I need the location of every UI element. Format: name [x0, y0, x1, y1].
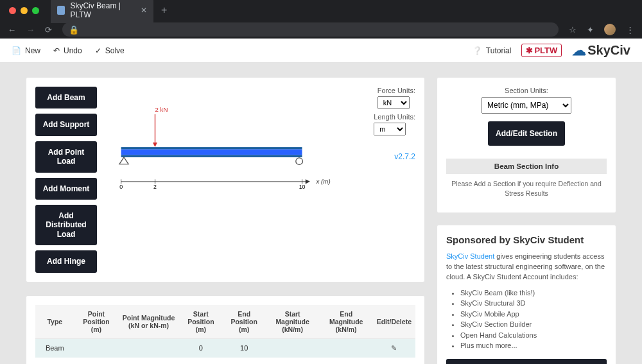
table-header: Start Position (m) [179, 305, 223, 339]
table-header: End Magnitude (kN/m) [320, 305, 373, 339]
new-button[interactable]: 📄 New [12, 46, 40, 55]
nav-forward-icon: → [26, 25, 35, 35]
section-info-body: Please Add a Section if you require Defl… [446, 174, 607, 203]
table-header: Point Position (m) [74, 305, 119, 339]
section-info-title: Beam Section Info [446, 159, 607, 174]
force-units-label: Force Units: [377, 87, 415, 94]
add-edit-section-button[interactable]: Add/Edit Section [488, 121, 565, 146]
tab-title: SkyCiv Beam | PLTW [70, 1, 135, 19]
version-text: v2.7.2 [394, 152, 415, 161]
table-cell: Pin Support [35, 358, 74, 364]
axis-label: x (m) [316, 178, 331, 185]
url-bar[interactable]: 🔒 [62, 22, 559, 37]
undo-label: Undo [64, 46, 82, 55]
length-units-label: Length Units: [374, 113, 415, 121]
tick-10: 10 [299, 184, 306, 190]
table-header: Type [35, 305, 74, 339]
table-cell: 0 [179, 338, 223, 358]
solve-label: Solve [105, 46, 125, 55]
table-actions-cell: ✎✖ [373, 358, 415, 364]
help-icon: ❔ [473, 46, 482, 55]
section-units-select[interactable]: Metric (mm, MPa) [482, 97, 571, 114]
section-units-label: Section Units: [446, 87, 607, 94]
nav-back-icon[interactable]: ← [8, 25, 16, 35]
table-cell [118, 338, 179, 358]
table-cell: 0 [74, 358, 119, 364]
undo-button[interactable]: ↶ Undo [53, 46, 82, 55]
sponsor-list-item: SkyCiv Mobile App [460, 309, 607, 320]
window-max-icon[interactable] [32, 7, 39, 14]
svg-point-6 [296, 158, 303, 165]
table-header: Edit/Delete [373, 305, 415, 339]
file-icon: 📄 [12, 46, 21, 55]
sponsor-title: Sponsored by SkyCiv Student [446, 234, 607, 245]
table-cell: 10 [223, 338, 266, 358]
table-header: Point Magnitude (kN or kN-m) [118, 305, 179, 339]
skyciv-logo: SkyCiv [572, 42, 630, 59]
new-tab-icon[interactable]: + [161, 4, 167, 16]
sponsor-link[interactable]: SkyCiv Student [446, 252, 494, 260]
profile-avatar[interactable] [604, 24, 616, 35]
svg-marker-1 [153, 143, 157, 147]
edit-icon[interactable]: ✎ [391, 344, 397, 352]
svg-rect-3 [121, 150, 302, 155]
table-actions-cell: ✎ [373, 338, 415, 358]
solve-button[interactable]: ✓ Solve [95, 46, 125, 55]
elements-table: TypePoint Position (m)Point Magnitude (k… [35, 305, 415, 364]
table-cell: Beam [35, 338, 74, 358]
add-hinge-button[interactable]: Add Hinge [35, 250, 97, 272]
browser-tab[interactable]: SkyCiv Beam | PLTW ✕ [51, 0, 153, 23]
sponsor-list-item: SkyCiv Beam (like this!) [460, 288, 607, 299]
new-label: New [25, 46, 40, 55]
tab-close-icon[interactable]: ✕ [141, 6, 147, 15]
tick-2: 2 [153, 184, 157, 190]
add-moment-button[interactable]: Add Moment [35, 178, 97, 200]
add-distributed-load-button[interactable]: Add Distributed Load [35, 205, 97, 245]
check-icon: ✓ [95, 46, 101, 55]
table-header: Start Magnitude (kN/m) [266, 305, 320, 339]
table-cell [118, 358, 179, 364]
favicon-icon [57, 6, 65, 15]
nav-reload-icon[interactable]: ⟳ [45, 25, 52, 35]
sponsor-list-item: SkyCiv Section Builder [460, 319, 607, 330]
load-label: 2 kN [155, 107, 168, 114]
table-cell [320, 358, 373, 364]
learn-more-button[interactable]: Learn More [446, 359, 607, 364]
add-beam-button[interactable]: Add Beam [35, 87, 97, 108]
add-support-button[interactable]: Add Support [35, 114, 97, 135]
table-cell [266, 338, 320, 358]
svg-rect-2 [121, 147, 302, 150]
table-cell [223, 358, 266, 364]
table-row: Pin Support0✎✖ [35, 358, 415, 364]
sponsor-list-item: SkyCiv Structural 3D [460, 298, 607, 309]
tutorial-button[interactable]: ❔ Tutorial [473, 46, 512, 55]
window-min-icon[interactable] [21, 7, 28, 14]
sponsor-list-item: Open Hand Calculations [460, 330, 607, 341]
table-row: Beam010✎ [35, 338, 415, 358]
table-cell [74, 338, 119, 358]
undo-icon: ↶ [53, 46, 60, 55]
beam-diagram: 2 kN 0 [110, 93, 347, 202]
table-header: End Position (m) [223, 305, 266, 339]
table-cell [266, 358, 320, 364]
length-units-select[interactable]: m [374, 123, 406, 135]
lock-icon: 🔒 [69, 25, 79, 35]
tutorial-label: Tutorial [486, 46, 512, 55]
pltw-logo: PLTW [521, 44, 562, 57]
tick-0: 0 [119, 184, 123, 190]
sponsor-list-item: Plus much more... [460, 340, 607, 351]
table-cell [320, 338, 373, 358]
star-icon[interactable]: ☆ [569, 25, 577, 35]
svg-marker-5 [119, 157, 128, 164]
window-close-icon[interactable] [9, 7, 16, 14]
table-cell [179, 358, 223, 364]
sponsor-body: SkyCiv Student gives engineering student… [446, 252, 607, 282]
force-units-select[interactable]: kN [377, 96, 410, 109]
menu-icon[interactable]: ⋮ [626, 25, 634, 35]
svg-rect-4 [121, 155, 302, 157]
extensions-icon[interactable]: ✦ [587, 25, 594, 35]
svg-marker-8 [306, 179, 310, 184]
add-point-load-button[interactable]: Add Point Load [35, 141, 97, 173]
